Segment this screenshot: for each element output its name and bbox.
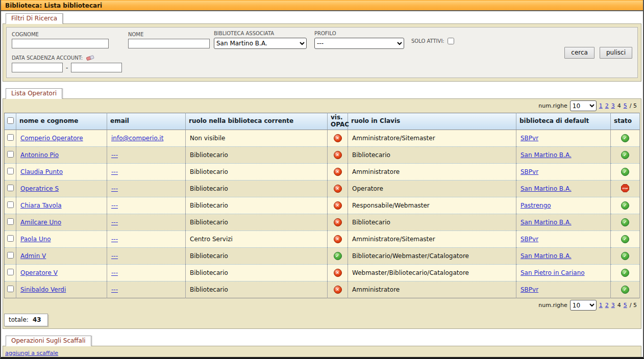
- nome-input[interactable]: [128, 39, 210, 48]
- search-filters-section: Filtri Di Ricerca COGNOME NOME BIBLIOTEC…: [1, 11, 643, 82]
- biblioteca-default-link[interactable]: San Martino B.A.: [521, 219, 572, 226]
- biblioteca-default-link[interactable]: San Martino B.A.: [521, 151, 572, 159]
- pulisci-button[interactable]: pulisci: [600, 47, 632, 59]
- pagination-page-link[interactable]: 3: [611, 102, 615, 109]
- cerca-button[interactable]: cerca: [564, 47, 595, 59]
- biblioteca-default-link[interactable]: San Pietro in Cariano: [521, 269, 585, 276]
- filters-panel: COGNOME NOME BIBLIOTECA ASSOCIATA San Ma…: [3, 23, 641, 82]
- num-righe-select[interactable]: 10: [570, 100, 597, 111]
- solo-attivi-field-group: SOLO ATTIVI:: [411, 38, 454, 44]
- operator-name-link[interactable]: Chiara Tavola: [20, 202, 62, 209]
- check-ok-icon: ✓: [621, 235, 629, 243]
- table-row: Operatore V---Bibliotecario✕Webmaster/Bi…: [5, 265, 640, 281]
- ruolo-biblioteca-corrente-cell: Bibliotecario: [186, 248, 328, 265]
- operator-email-link[interactable]: ---: [111, 168, 118, 175]
- biblioteca-associata-field-group: BIBLIOTECA ASSOCIATA San Martino B.A.: [214, 31, 307, 49]
- operator-email-link[interactable]: info@comperio.it: [111, 135, 163, 142]
- biblioteca-default-link[interactable]: San Martino B.A.: [521, 252, 572, 260]
- pagination-page-link[interactable]: 5: [624, 102, 627, 109]
- svg-text:STOP: STOP: [623, 187, 628, 189]
- row-select-checkbox[interactable]: [7, 218, 14, 225]
- row-select-checkbox[interactable]: [7, 134, 14, 141]
- operator-name-link[interactable]: Operatore V: [20, 269, 58, 276]
- pagination-page-link[interactable]: 2: [605, 102, 609, 109]
- biblioteca-default-link[interactable]: SBPvr: [521, 286, 538, 293]
- operator-email-link[interactable]: ---: [111, 185, 118, 192]
- select-all-checkbox[interactable]: [7, 117, 14, 124]
- profilo-field-group: PROFILO ---: [314, 31, 404, 49]
- row-select-checkbox[interactable]: [7, 168, 14, 174]
- stato-cell: ✓: [611, 147, 640, 164]
- operator-email-link[interactable]: ---: [111, 286, 118, 293]
- num-righe-label: num.righe: [538, 302, 567, 309]
- stato-cell: ✓: [611, 265, 640, 281]
- num-righe-select[interactable]: 10: [570, 300, 597, 311]
- operator-email-link[interactable]: ---: [111, 219, 118, 226]
- operator-email-link[interactable]: ---: [111, 236, 118, 243]
- ruolo-biblioteca-corrente-cell: Bibliotecario: [186, 214, 328, 231]
- row-select-checkbox[interactable]: [7, 201, 14, 208]
- profilo-select[interactable]: ---: [314, 38, 404, 49]
- row-select-checkbox[interactable]: [7, 252, 14, 259]
- pagination-top: num.righe1012345/ 5: [3, 99, 641, 113]
- pagination-page-link[interactable]: 1: [599, 302, 603, 309]
- row-select-checkbox[interactable]: [7, 235, 14, 242]
- cognome-input[interactable]: [12, 39, 109, 48]
- table-row: Operatrice S---Bibliotecario✕OperatoreSa…: [5, 181, 640, 197]
- operator-email-link[interactable]: ---: [111, 151, 118, 159]
- biblioteca-default-link[interactable]: San Martino B.A.: [521, 185, 572, 192]
- operator-name-link[interactable]: Claudia Punto: [20, 168, 63, 175]
- pagination-page-link[interactable]: 3: [611, 302, 615, 309]
- eraser-icon[interactable]: [86, 54, 95, 61]
- row-select-checkbox[interactable]: [7, 269, 14, 275]
- check-ok-icon: ✓: [621, 201, 629, 210]
- operator-name-link[interactable]: Operatrice S: [20, 185, 59, 192]
- row-select-checkbox[interactable]: [7, 151, 14, 158]
- nome-field-group: NOME: [128, 32, 210, 48]
- operators-table-body: Comperio Operatoreinfo@comperio.itNon vi…: [5, 130, 640, 298]
- totale-box: totale:43: [4, 314, 48, 326]
- biblioteca-default-link[interactable]: SBPvr: [521, 135, 538, 142]
- ruolo-biblioteca-corrente-cell: Bibliotecario: [186, 181, 328, 197]
- operator-name-link[interactable]: Amilcare Uno: [20, 219, 61, 226]
- operator-name-link[interactable]: Sinibaldo Verdi: [20, 286, 66, 293]
- biblioteca-default-link[interactable]: Pastrengo: [521, 202, 551, 209]
- ruolo-clavis-cell: Operatore: [348, 181, 516, 197]
- cross-no-icon: ✕: [334, 269, 342, 277]
- operator-name-link[interactable]: Antonino Pio: [20, 151, 59, 159]
- biblioteca-default-link[interactable]: SBPvr: [521, 236, 538, 243]
- operator-name-link[interactable]: Comperio Operatore: [20, 135, 83, 142]
- table-row: Antonino Pio---Bibliotecario✕Bibliotecar…: [5, 147, 640, 164]
- pagination-current-page: 4: [617, 102, 621, 109]
- pagination-page-link[interactable]: 1: [599, 102, 603, 109]
- aggiungi-a-scaffale-link[interactable]: aggiungi a scaffale: [5, 350, 58, 356]
- biblioteca-associata-select[interactable]: San Martino B.A.: [214, 38, 307, 49]
- shelf-operations-tab: Operazioni Sugli Scaffali: [6, 336, 91, 346]
- biblioteca-default-link[interactable]: SBPvr: [521, 168, 538, 175]
- data-scadenza-from-input[interactable]: [12, 63, 63, 72]
- ruolo-clavis-cell: Amministratore/Sitemaster: [348, 130, 516, 147]
- operator-email-link[interactable]: ---: [111, 252, 118, 260]
- check-ok-icon: ✓: [334, 252, 342, 260]
- row-select-checkbox[interactable]: [7, 286, 14, 292]
- operator-name-link[interactable]: Admin V: [20, 252, 46, 260]
- table-row: Comperio Operatoreinfo@comperio.itNon vi…: [5, 130, 640, 147]
- vis-opac-cell: ✕: [328, 231, 348, 248]
- table-row: Claudia Punto---Bibliotecario✕Amministra…: [5, 164, 640, 181]
- ruolo-clavis-cell: Bibliotecario: [348, 214, 516, 231]
- operator-email-link[interactable]: ---: [111, 269, 118, 276]
- operators-table: nome e cognome email ruolo nella bibliot…: [4, 113, 640, 298]
- pagination-page-link[interactable]: 5: [624, 302, 627, 309]
- row-select-checkbox[interactable]: [7, 185, 14, 191]
- filters-section-tab: Filtri Di Ricerca: [6, 13, 63, 24]
- data-scadenza-to-input[interactable]: [71, 63, 122, 72]
- ruolo-biblioteca-corrente-cell: Bibliotecario: [186, 147, 328, 164]
- operator-name-link[interactable]: Paola Uno: [20, 236, 51, 243]
- pagination-page-link[interactable]: 2: [605, 302, 609, 309]
- solo-attivi-checkbox[interactable]: [448, 38, 454, 44]
- vis-opac-cell: ✓: [328, 248, 348, 265]
- operator-email-link[interactable]: ---: [111, 202, 118, 209]
- application-window: Biblioteca: Lista bibliotecari Filtri Di…: [0, 0, 644, 359]
- ruolo-clavis-cell: Amministratore/Sitemaster: [348, 231, 516, 248]
- filters-fieldset: COGNOME NOME BIBLIOTECA ASSOCIATA San Ma…: [6, 27, 638, 78]
